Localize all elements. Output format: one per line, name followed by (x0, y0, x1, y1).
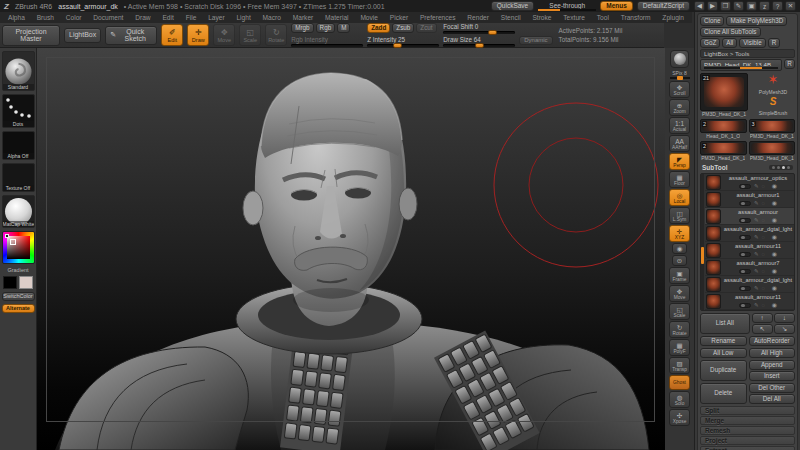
frame-button[interactable]: ▣ Frame (669, 267, 690, 284)
polypaint-toggle[interactable] (739, 184, 751, 189)
default-zscript-button[interactable]: DefaultZScript (637, 1, 690, 11)
menus-button[interactable]: Menus (600, 1, 633, 11)
visibility-eye-icon[interactable]: ◉ (772, 251, 777, 257)
focal-shift-slider[interactable]: Focal Shift 0 (443, 23, 515, 34)
help-icon[interactable]: ? (772, 1, 783, 11)
subtool-row[interactable]: assault_armour ✎ ◌ ◉ (705, 208, 794, 225)
lsym-button[interactable]: ◫ L.Sym (669, 207, 690, 224)
subtool-to-top-button[interactable]: ↖ (752, 324, 773, 334)
scale-button[interactable]: ◱ Scale (239, 24, 261, 46)
menu-item[interactable]: Light (236, 14, 250, 21)
menu-item[interactable]: Transform (621, 14, 651, 21)
visibility-eye-icon[interactable]: ◉ (772, 234, 777, 240)
brush-swap-icon[interactable]: ✎ (733, 1, 744, 11)
lightbox-tools-header[interactable]: LightBox > Tools (700, 49, 795, 58)
recent-tool[interactable]: 3 PM3D_Head_DK_1 (749, 119, 796, 139)
menu-item[interactable]: Stroke (532, 14, 551, 21)
alpha-picker[interactable]: Alpha Off (2, 131, 35, 160)
menu-item[interactable]: Macro (263, 14, 281, 21)
tool-r-button[interactable]: R (784, 59, 795, 69)
duplicate-button[interactable]: Duplicate (700, 360, 747, 381)
dynamic-button[interactable]: Dynamic (519, 36, 552, 45)
mask-icon[interactable]: ◌ (762, 200, 765, 206)
scroll-button[interactable]: ✥ Scroll (669, 81, 690, 98)
polypaint-toggle[interactable] (739, 218, 751, 223)
polypaint-toggle[interactable] (739, 252, 751, 257)
subtool-row[interactable]: assault_armour11 ✎ ◌ ◉ (705, 293, 794, 310)
subtool-section-header[interactable]: Remesh (700, 426, 795, 435)
mask-icon[interactable]: ◌ (762, 285, 765, 291)
autoreorder-button[interactable]: AutoReorder (749, 336, 796, 346)
paint-icon[interactable]: ✎ (754, 251, 759, 257)
menu-item[interactable]: Preferences (420, 14, 456, 21)
move-button[interactable]: ✥ Move (669, 285, 690, 302)
xyz-button[interactable]: ✛ XYZ (669, 225, 690, 242)
mask-icon[interactable]: ◌ (762, 217, 765, 223)
subtool-section-header[interactable]: Extract (700, 446, 795, 450)
mask-icon[interactable]: ◌ (762, 234, 765, 240)
subtool-down-button[interactable]: ↓ (774, 313, 795, 323)
recent-tool[interactable]: 2 Head_DK_1_O (700, 119, 747, 139)
current-tool-slider[interactable]: PM3D_Head_DK_13.4B (700, 59, 782, 71)
recent-tool[interactable]: PM3D_Head_DK_1 (749, 141, 796, 161)
bpr-render-button[interactable] (670, 50, 689, 68)
draw-size-slider[interactable]: Draw Size 64 (443, 36, 515, 47)
close-icon[interactable]: ✕ (785, 1, 796, 11)
mask-icon[interactable]: ◌ (762, 268, 765, 274)
zscript-info-icon[interactable]: z (759, 1, 770, 11)
goz-button[interactable]: GoZ (700, 38, 720, 48)
mrgb-button[interactable]: Mrgb (291, 23, 313, 33)
rgb-intensity-slider[interactable]: Rgb Intensity (291, 36, 363, 47)
persp-button[interactable]: ◤ Persp (669, 153, 690, 170)
menu-item[interactable]: Render (467, 14, 489, 21)
stroke-picker[interactable]: Dots (2, 94, 35, 128)
m-button[interactable]: M (337, 23, 350, 33)
copy-canvas-icon[interactable]: ❐ (720, 1, 731, 11)
see-through-slider[interactable]: See-through (538, 2, 596, 11)
brush-picker[interactable]: Standard (2, 51, 35, 91)
move-button[interactable]: ✥ Move (213, 24, 235, 46)
menu-item[interactable]: Texture (563, 14, 585, 21)
rotate-button[interactable]: ↻ Rotate (265, 24, 287, 46)
transp-button[interactable]: ▨ Transp (669, 357, 690, 374)
subtool-section-header[interactable]: Merge (700, 416, 795, 425)
make-polymesh3d-button[interactable]: Make PolyMesh3D (726, 16, 787, 26)
subtool-scrollbar[interactable] (701, 174, 704, 310)
solo-button[interactable]: ◍ Solo (669, 391, 690, 408)
del-other-button[interactable]: Del Other (749, 383, 796, 393)
all-low-button[interactable]: All Low (700, 348, 747, 358)
goz-all-button[interactable]: All (722, 38, 737, 48)
subtool-thumbnail[interactable] (706, 192, 721, 207)
subtool-thumbnail[interactable] (706, 226, 721, 241)
menu-item[interactable]: Brush (37, 14, 54, 21)
visibility-eye-icon[interactable]: ◉ (772, 302, 777, 308)
subtool-row[interactable]: assault_armour7 ✎ ◌ ◉ (705, 259, 794, 276)
zsub-button[interactable]: Zsub (392, 23, 414, 33)
clone-button[interactable]: Clone (700, 16, 724, 26)
polypaint-toggle[interactable] (739, 303, 751, 308)
subtool-section-header[interactable]: Project (700, 436, 795, 445)
subtool-thumbsize-slider[interactable] (769, 165, 793, 170)
menu-item[interactable]: Zplugin (662, 14, 684, 21)
visibility-eye-icon[interactable]: ◉ (772, 217, 777, 223)
subtool-row[interactable]: assault_armour11 ✎ ◌ ◉ (705, 242, 794, 259)
zscript-back-icon[interactable]: ◀ (694, 1, 705, 11)
zcut-button[interactable]: Zcut (416, 23, 436, 33)
subtool-row[interactable]: assault_armour_dgtal_lght ✎ ◌ ◉ (705, 225, 794, 242)
visibility-eye-icon[interactable]: ◉ (772, 183, 777, 189)
paint-icon[interactable]: ✎ (754, 217, 759, 223)
main-color-swatch[interactable] (3, 276, 17, 289)
goz-visible-button[interactable]: Visible (739, 38, 765, 48)
actual-button[interactable]: 1:1 Actual (669, 117, 690, 134)
spix-slider[interactable]: SPix 8 (669, 70, 691, 79)
mask-icon[interactable]: ◌ (762, 251, 765, 257)
edit-button[interactable]: ✐ Edit (161, 24, 183, 46)
menu-item[interactable]: Draw (135, 14, 150, 21)
scale-button[interactable]: ◱ Scale (669, 303, 690, 320)
active-tool-thumbnail[interactable]: 21 (700, 73, 748, 111)
quick-sketch-button[interactable]: ✎ Quick Sketch (105, 26, 157, 45)
color-picker[interactable] (2, 231, 35, 264)
switch-color-button[interactable]: SwitchColor (2, 292, 35, 301)
xpose-button[interactable]: ✣ Xpose (669, 409, 690, 426)
magnify-button[interactable]: ⊙ (672, 255, 687, 266)
